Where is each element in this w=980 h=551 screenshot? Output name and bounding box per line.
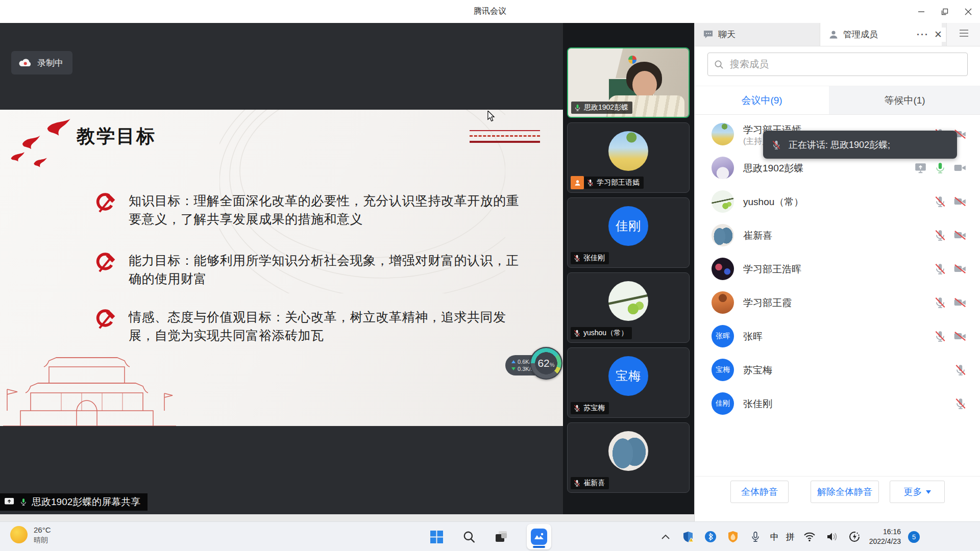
progress-ring-overlay[interactable]: 62% [530, 347, 562, 380]
sharing-screen-icon[interactable] [914, 161, 927, 174]
video-tile-zhangjiagang[interactable]: 佳刚 张佳刚 [567, 197, 690, 268]
muted-mic-icon[interactable] [934, 262, 947, 276]
presentation-slide: 教学目标 知识目标：理解全面深化改革的必要性，充分认识坚持改革开放的重要意义，了… [0, 110, 563, 426]
recording-badge[interactable]: 录制中 [11, 51, 72, 74]
muted-mic-icon[interactable] [934, 330, 947, 343]
tab-in-meeting[interactable]: 会议中(9) [695, 86, 829, 114]
muted-camera-icon[interactable] [953, 262, 967, 276]
member-name: 张晖 [743, 330, 763, 343]
muted-mic-icon[interactable] [954, 363, 967, 377]
hamburger-icon [959, 29, 969, 37]
avatar: 宝梅 [608, 356, 648, 396]
minimize-button[interactable] [910, 0, 933, 23]
muted-mic-icon[interactable] [934, 195, 947, 208]
taskbar-center [429, 522, 551, 551]
avatar [608, 131, 648, 171]
tab-waiting[interactable]: 等候中(1) [829, 86, 980, 114]
muted-camera-icon[interactable] [953, 296, 967, 309]
panel-list-toggle[interactable] [946, 23, 980, 46]
caret-down-icon [926, 490, 931, 494]
tencent-meeting-icon [530, 528, 548, 545]
video-tile-yushou[interactable]: yushou（常） [567, 272, 690, 343]
speaking-tooltip: 正在讲话: 思政1902彭蝶; [763, 131, 957, 159]
upload-icon [511, 360, 516, 363]
video-tile-cuixinxi[interactable]: 崔新喜 [567, 422, 690, 493]
wifi-icon[interactable] [802, 529, 817, 544]
active-mic-icon[interactable] [934, 161, 947, 174]
windows-icon [430, 530, 444, 544]
windows-taskbar: 26°C 晴朗 [0, 521, 980, 551]
participant-name: 苏宝梅 [583, 404, 605, 413]
search-button[interactable] [461, 529, 477, 544]
tray-expand-button[interactable] [658, 529, 673, 544]
muted-mic-icon[interactable] [954, 397, 967, 410]
member-row[interactable]: 宝梅 苏宝梅 [695, 353, 980, 387]
muted-camera-icon[interactable] [953, 330, 967, 343]
party-emblem-icon [92, 308, 115, 331]
member-name: 崔新喜 [743, 229, 772, 242]
member-row[interactable]: 崔新喜 [695, 218, 980, 252]
avatar: 张晖 [712, 325, 734, 347]
active-app-indicator [533, 546, 545, 548]
security-shield-icon[interactable]: ! [680, 529, 696, 544]
speaking-tooltip-text: 正在讲话: 思政1902彭蝶; [789, 139, 890, 151]
muted-mic-icon [573, 404, 581, 413]
muted-mic-icon[interactable] [934, 296, 947, 309]
participant-name: 学习部王语嫣 [597, 178, 640, 187]
avatar [712, 291, 734, 314]
weather-temp: 26°C [34, 525, 51, 535]
muted-camera-icon[interactable] [953, 195, 967, 208]
screen-share-label: 思政1902彭蝶的屏幕共享 [32, 495, 140, 509]
ime-language-indicator[interactable]: 中 [770, 531, 779, 543]
avatar [608, 281, 648, 321]
more-button[interactable]: 更多 [890, 481, 945, 503]
battery-icon[interactable] [847, 529, 862, 544]
tencent-meeting-app[interactable] [527, 524, 551, 549]
progress-ring [531, 348, 561, 379]
footer-divider [695, 476, 980, 477]
video-tile-subaomei[interactable]: 宝梅 苏宝梅 [567, 347, 690, 418]
slide-decoration-lines [470, 130, 540, 143]
microphone-tray-icon[interactable] [748, 529, 763, 544]
mute-all-button[interactable]: 全体静音 [730, 481, 789, 503]
tab-chat[interactable]: 聊天 [695, 23, 820, 46]
member-row[interactable]: 佳刚 张佳刚 [695, 387, 980, 420]
slide-title: 教学目标 [77, 124, 156, 149]
volume-icon[interactable] [824, 529, 840, 544]
red-birds-graphic [6, 117, 75, 174]
member-name: 思政1902彭蝶 [743, 162, 803, 175]
member-name: 张佳刚 [743, 397, 772, 411]
video-tile-pengdie[interactable]: 思政1902彭蝶 [567, 47, 690, 118]
slide-bullet: 能力目标：能够利用所学知识分析社会现象，增强对财富的认识，正确的使用财富 [92, 251, 526, 288]
member-row[interactable]: 学习部王霞 [695, 286, 980, 319]
avatar [608, 431, 648, 471]
search-input[interactable] [729, 58, 961, 70]
start-button[interactable] [429, 529, 444, 544]
camera-on-icon[interactable] [953, 161, 967, 174]
muted-camera-icon[interactable] [953, 229, 967, 242]
muted-mic-icon[interactable] [934, 229, 947, 242]
member-icon [828, 30, 839, 40]
task-view-button[interactable] [494, 529, 509, 544]
maximize-button[interactable] [933, 0, 957, 23]
weather-widget[interactable]: 26°C 晴朗 [10, 525, 51, 544]
antivirus-flame-icon[interactable] [725, 529, 741, 544]
bluetooth-icon[interactable] [703, 529, 718, 544]
member-row[interactable]: yushou（常） [695, 185, 980, 218]
member-name: yushou（常） [743, 195, 803, 209]
panel-close-button[interactable]: ✕ [930, 28, 946, 42]
member-search[interactable] [707, 53, 968, 76]
muted-mic-icon [771, 139, 781, 151]
member-row[interactable]: 学习部王浩晖 [695, 252, 980, 286]
member-name: 苏宝梅 [743, 364, 772, 377]
panel-more-button[interactable]: ··· [915, 28, 930, 42]
notification-badge[interactable]: 5 [908, 531, 920, 543]
member-row[interactable]: 张晖 张晖 [695, 319, 980, 353]
unmute-all-button[interactable]: 解除全体静音 [811, 481, 879, 503]
close-window-button[interactable] [957, 0, 980, 23]
ime-pinyin-indicator[interactable]: 拼 [786, 531, 795, 543]
search-icon [714, 60, 724, 69]
video-tile-wangyuyan[interactable]: 学习部王语嫣 [567, 122, 690, 193]
muted-mic-icon [586, 178, 594, 187]
clock-widget[interactable]: 16:16 2022/4/23 [869, 527, 901, 546]
